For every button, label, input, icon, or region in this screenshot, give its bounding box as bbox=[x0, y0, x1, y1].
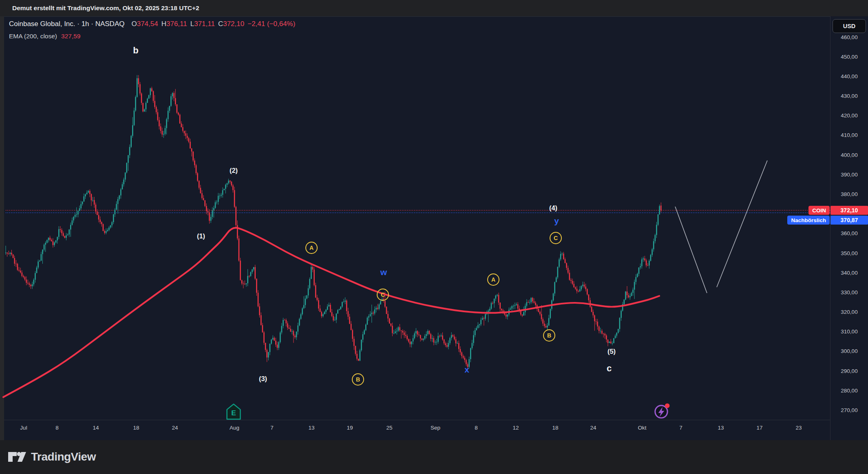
indicator-label: EMA (200, close) bbox=[9, 33, 57, 40]
price-tick: 420,00 bbox=[830, 112, 868, 119]
ohlc-value: 372,10 bbox=[223, 20, 244, 28]
time-tick: 17 bbox=[756, 425, 762, 431]
share-caption-bar: Demut erstellt mit TradingView.com, Okt … bbox=[0, 0, 868, 16]
time-tick: Jul bbox=[20, 425, 27, 431]
time-tick: 23 bbox=[795, 425, 802, 431]
indicator-value: 327,59 bbox=[61, 33, 80, 40]
ema-200-line[interactable] bbox=[3, 228, 659, 397]
time-tick: 12 bbox=[512, 425, 519, 431]
tradingview-logo-icon bbox=[7, 449, 27, 465]
time-tick: 18 bbox=[133, 425, 139, 431]
ohlc-key: O bbox=[131, 20, 137, 28]
price-tick: 350,00 bbox=[830, 250, 868, 256]
tradingview-logo: TradingView bbox=[7, 449, 96, 465]
price-tick: 430,00 bbox=[830, 93, 868, 99]
symbol-title: Coinbase Global, Inc. · 1h · NASDAQ bbox=[9, 20, 124, 28]
symbol-legend[interactable]: Coinbase Global, Inc. · 1h · NASDAQO374,… bbox=[9, 20, 295, 28]
time-tick: 24 bbox=[590, 425, 596, 431]
ohlc-value: 376,11 bbox=[166, 20, 187, 28]
price-tick: 360,00 bbox=[830, 230, 868, 236]
time-tick: 19 bbox=[347, 425, 353, 431]
price-axis[interactable]: USD 460,00450,00440,00430,00420,00410,00… bbox=[830, 16, 868, 440]
candles bbox=[5, 75, 662, 370]
time-tick: 24 bbox=[172, 425, 178, 431]
time-tick: 7 bbox=[270, 425, 274, 431]
ohlc-key: H bbox=[161, 20, 166, 28]
tradingview-logo-text: TradingView bbox=[31, 450, 96, 463]
time-tick: Okt bbox=[638, 425, 646, 431]
symbol-price-tag: COIN bbox=[808, 206, 830, 215]
last-price-label: 372,10 bbox=[830, 206, 868, 215]
currency-toggle-button[interactable]: USD bbox=[833, 19, 866, 33]
time-tick: 18 bbox=[552, 425, 558, 431]
candlestick-chart[interactable] bbox=[0, 16, 830, 420]
price-tick: 290,00 bbox=[830, 368, 868, 374]
share-caption: Demut erstellt mit TradingView.com, Okt … bbox=[12, 0, 199, 16]
price-tick: 300,00 bbox=[830, 348, 868, 354]
pane-top-border bbox=[4, 16, 868, 17]
time-tick: 13 bbox=[308, 425, 314, 431]
after-hours-tag: Nachbörslich bbox=[787, 216, 830, 225]
ohlc-key: C bbox=[218, 20, 223, 28]
price-tick: 270,00 bbox=[830, 407, 868, 413]
time-tick: 13 bbox=[718, 425, 724, 431]
tradingview-share-image: Demut erstellt mit TradingView.com, Okt … bbox=[0, 0, 868, 474]
time-tick: 25 bbox=[386, 425, 392, 431]
change-value: −2,41 (−0,64%) bbox=[247, 20, 295, 28]
price-tick: 320,00 bbox=[830, 309, 868, 315]
time-tick: 8 bbox=[475, 425, 478, 431]
price-tick: 330,00 bbox=[830, 289, 868, 295]
time-tick: Sep bbox=[431, 425, 440, 431]
after-hours-price-label: 370,87 bbox=[830, 216, 868, 225]
price-tick: 440,00 bbox=[830, 73, 868, 79]
time-tick: 7 bbox=[679, 425, 682, 431]
price-tick: 390,00 bbox=[830, 172, 868, 178]
price-tick: 340,00 bbox=[830, 270, 868, 276]
price-tick: 280,00 bbox=[830, 388, 868, 394]
price-tick: 380,00 bbox=[830, 191, 868, 197]
price-tick: 310,00 bbox=[830, 328, 868, 335]
ohlc-values: O374,54H376,11L371,11C372,10 bbox=[128, 20, 244, 28]
indicator-legend[interactable]: EMA (200, close)327,59 bbox=[9, 33, 80, 40]
ohlc-key: L bbox=[190, 20, 194, 28]
bottom-bar: TradingView bbox=[0, 440, 868, 474]
price-tick: 460,00 bbox=[830, 34, 868, 40]
ohlc-value: 374,54 bbox=[137, 20, 158, 28]
time-tick: Aug bbox=[230, 425, 239, 431]
time-axis[interactable]: Jul8141824Aug7131925Sep8121824Okt7131723 bbox=[4, 420, 830, 440]
price-tick: 450,00 bbox=[830, 54, 868, 60]
price-tick: 410,00 bbox=[830, 132, 868, 138]
time-tick: 14 bbox=[93, 425, 99, 431]
price-tick: 400,00 bbox=[830, 152, 868, 158]
time-tick: 8 bbox=[55, 425, 59, 431]
ohlc-value: 371,11 bbox=[194, 20, 215, 28]
